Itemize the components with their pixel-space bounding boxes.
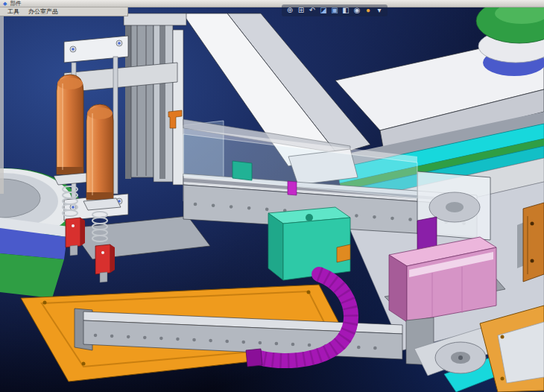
hide-show-items-icon[interactable]: ◉	[352, 6, 361, 15]
motor-left-face	[268, 213, 283, 280]
plate-bolt	[501, 377, 505, 381]
edit-appearance-icon[interactable]: ●	[364, 6, 373, 15]
coil	[92, 218, 107, 224]
motor-left-face	[389, 255, 407, 322]
motor-top-port	[306, 214, 313, 221]
bracket-bolt	[531, 259, 534, 263]
magenta-fitting[interactable]	[288, 181, 297, 195]
cylinder-band	[86, 192, 113, 200]
gripper-tip	[70, 245, 78, 256]
bowl-feeder-2[interactable]	[476, 0, 544, 76]
gantry-top-cap	[124, 13, 186, 25]
plate-bolt	[307, 291, 311, 294]
solidworks-window: ◆ 部件 工具 办公室产品 ⊕ ⊞ ↶ ◪ ▣ ◧ ◉ ● ▾	[0, 0, 544, 392]
menu-bar: ◆ 部件	[0, 0, 544, 7]
stage-plate[interactable]	[70, 216, 210, 259]
feature-panel-edge[interactable]	[0, 7, 4, 194]
graphics-viewport[interactable]	[0, 0, 544, 392]
gripper-body	[95, 244, 110, 274]
cylinder-band	[57, 167, 83, 174]
chain-end-bracket	[246, 349, 262, 367]
previous-view-icon[interactable]: ↶	[308, 6, 317, 15]
menu-tabs: 工具 办公室产品	[0, 7, 128, 16]
zoom-to-area-icon[interactable]: ⊞	[297, 6, 306, 15]
section-view-icon[interactable]: ◪	[319, 6, 328, 15]
cylinder-body	[57, 75, 83, 174]
cable-port	[337, 244, 350, 262]
view-settings-icon[interactable]: ▾	[375, 6, 384, 15]
gripper-screw	[101, 251, 104, 254]
assembly-model	[0, 0, 544, 392]
gripper-1[interactable]	[66, 218, 85, 256]
end-cylinder-hub	[446, 202, 464, 212]
bracket-bolt	[531, 222, 534, 226]
cylinder-dome	[57, 78, 83, 89]
cylinder-dome	[87, 107, 113, 119]
gripper-side	[80, 218, 85, 246]
zoom-to-fit-icon[interactable]: ⊕	[285, 6, 294, 15]
app-icon: ◆	[3, 1, 7, 6]
roller-axle	[458, 355, 463, 360]
display-style-icon[interactable]: ◧	[341, 6, 350, 15]
gripper-screw	[72, 224, 75, 227]
gantry-col-back	[131, 18, 154, 177]
pusher-cylinder-1[interactable]	[54, 75, 91, 185]
gantry-col-white	[173, 30, 183, 185]
gripper-side	[110, 244, 115, 273]
document-title: 部件	[10, 1, 21, 7]
gripper-tip	[100, 272, 107, 282]
bolt-center	[118, 42, 121, 45]
gantry-col-slot	[159, 24, 165, 179]
menu-item-tools[interactable]: 工具	[7, 9, 19, 15]
plate-bolt	[43, 301, 47, 305]
view-orientation-icon[interactable]: ▣	[330, 6, 339, 15]
plate-bolt	[501, 335, 505, 339]
slider-block[interactable]	[233, 161, 252, 180]
bracket-body	[523, 203, 544, 282]
bolt-center	[72, 48, 75, 51]
gripper-2[interactable]	[95, 244, 115, 282]
bolt-center	[72, 206, 75, 209]
menu-item-office-products[interactable]: 办公室产品	[28, 9, 58, 15]
plate-bolt	[82, 362, 86, 366]
carriage-motor[interactable]	[268, 207, 350, 280]
headsup-view-toolbar: ⊕ ⊞ ↶ ◪ ▣ ◧ ◉ ● ▾	[282, 4, 388, 16]
feeder1-base	[0, 253, 64, 298]
guide-rod	[113, 57, 118, 194]
gripper-body	[66, 218, 80, 247]
